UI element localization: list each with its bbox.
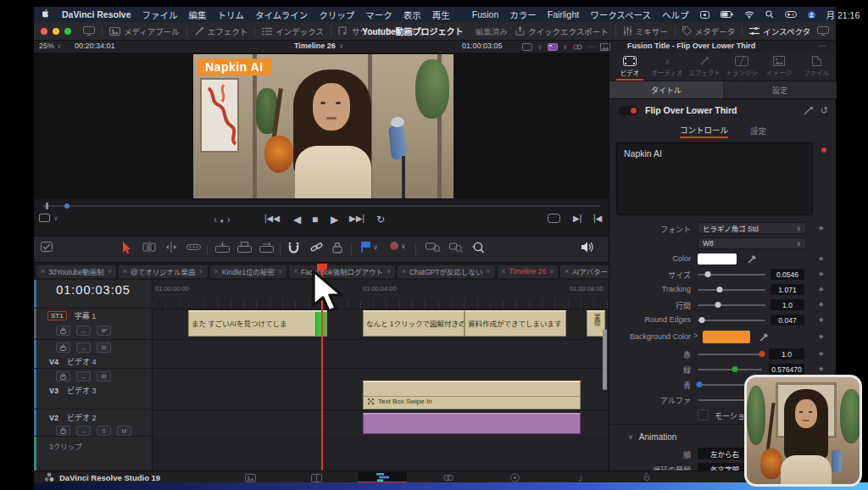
text-keyframe-indicator[interactable] bbox=[821, 148, 826, 153]
blue-slider[interactable] bbox=[697, 381, 703, 387]
dynamic-trim-tool[interactable] bbox=[164, 242, 178, 253]
keyframe-diamond-icon[interactable]: ◆ bbox=[819, 255, 823, 262]
chevron-down-icon[interactable]: ∨ bbox=[199, 268, 203, 275]
track-header-v3[interactable]: V3 ビデオ 3 bbox=[34, 385, 153, 396]
menu-view[interactable]: 表示 bbox=[403, 8, 421, 21]
lock-icon[interactable] bbox=[56, 326, 70, 336]
size-slider[interactable] bbox=[705, 271, 711, 277]
eyedropper-icon[interactable] bbox=[747, 253, 757, 264]
user-avatar-icon[interactable] bbox=[808, 11, 815, 19]
menu-clip[interactable]: クリップ bbox=[319, 8, 354, 21]
play-reverse-button[interactable]: ◀ bbox=[293, 214, 301, 226]
keyframe-diamond-icon[interactable]: ◆ bbox=[819, 316, 823, 323]
close-icon[interactable]: × bbox=[214, 267, 219, 276]
chevron-down-icon[interactable]: ∨ bbox=[278, 268, 282, 275]
inspector-tab-transition[interactable]: トランジション bbox=[723, 53, 760, 81]
lock-icon[interactable] bbox=[56, 426, 70, 436]
keyframe-diamond-icon[interactable]: ◆ bbox=[819, 301, 823, 308]
track-id-v2[interactable]: V2 bbox=[49, 414, 58, 422]
first-frame-button[interactable]: |◀◀ bbox=[264, 214, 280, 223]
stop-button[interactable]: ■ bbox=[312, 214, 318, 226]
inspector-tab-image[interactable]: イメージ bbox=[760, 53, 798, 81]
chevron-down-icon[interactable]: ∨ bbox=[549, 268, 554, 275]
menu-help[interactable]: ヘルプ bbox=[662, 8, 689, 21]
menu-mark[interactable]: マーク bbox=[365, 8, 392, 21]
subtitle-clip[interactable]: なんと 1クリックで図解付きの bbox=[363, 310, 465, 337]
subtitle-track-icon[interactable] bbox=[97, 326, 111, 336]
subtitle-clip[interactable]: 資料作成ができてしまいます bbox=[465, 310, 566, 337]
color-wheel-icon[interactable] bbox=[573, 43, 582, 51]
timeline-timecode[interactable]: 01:00:03:05 bbox=[34, 283, 153, 297]
auto-select-icon[interactable]: ↔ bbox=[76, 426, 91, 436]
viewer-overlay-select[interactable]: ∨ bbox=[39, 214, 58, 222]
chevron-down-icon[interactable]: ∨ bbox=[563, 43, 568, 51]
keyframe-diamond-icon[interactable]: ◆ bbox=[819, 286, 823, 292]
replace-clip-icon[interactable] bbox=[259, 242, 274, 253]
menu-fusion[interactable]: Fusion bbox=[472, 9, 499, 19]
close-icon[interactable]: × bbox=[565, 267, 569, 276]
line-spacing-value[interactable]: 1.0 bbox=[771, 299, 804, 310]
enable-track-icon[interactable] bbox=[97, 342, 111, 353]
text-color-swatch[interactable] bbox=[698, 253, 737, 264]
menu-file[interactable]: ファイル bbox=[142, 8, 178, 21]
selection-mode-tool[interactable] bbox=[122, 242, 132, 254]
apple-menu-icon[interactable] bbox=[42, 9, 51, 19]
viewer-zoom-select[interactable]: 25% ∨ bbox=[39, 42, 62, 50]
tracking-slider[interactable] bbox=[717, 287, 723, 292]
insert-clip-icon[interactable] bbox=[215, 242, 230, 253]
close-icon[interactable]: × bbox=[293, 267, 298, 276]
solo-button[interactable]: S bbox=[97, 426, 111, 436]
window-zoom-button[interactable] bbox=[64, 28, 71, 35]
audio-monitor-speaker-icon[interactable] bbox=[581, 242, 594, 253]
reset-icon[interactable]: ↺ bbox=[821, 105, 828, 116]
timeline-tab-active[interactable]: × Timeline 26 ∨ bbox=[498, 265, 559, 278]
next-edit-button[interactable]: ▶| bbox=[573, 214, 581, 223]
flag-button[interactable]: ∨ bbox=[361, 242, 378, 253]
wifi-icon[interactable] bbox=[744, 11, 754, 19]
viewer-options-menu-icon[interactable]: ⋯ bbox=[587, 42, 595, 51]
inspector-tab-audio[interactable]: ♪ オーディオ bbox=[648, 53, 686, 81]
quick-export-button[interactable]: クイックエクスポート bbox=[515, 25, 609, 37]
inspector-tab-effects[interactable]: エフェクト bbox=[686, 53, 723, 81]
background-color-swatch[interactable] bbox=[703, 331, 750, 343]
green-value[interactable]: 0.576470 bbox=[769, 364, 804, 375]
settings-tab[interactable]: 設定 bbox=[750, 125, 766, 136]
snapping-magnet-icon[interactable] bbox=[288, 242, 299, 253]
timeline-ruler[interactable]: 01:00:00:00 01:00:04:00 01:00:08:00 bbox=[153, 280, 609, 309]
spotlight-search-icon[interactable] bbox=[765, 10, 774, 19]
close-icon[interactable]: × bbox=[502, 267, 506, 276]
effects-button[interactable]: エフェクト bbox=[194, 25, 248, 37]
custom-zoom-icon[interactable] bbox=[471, 242, 484, 253]
track-header-v2[interactable]: V2 ビデオ 2 bbox=[34, 412, 153, 423]
menu-workspace[interactable]: ワークスペース bbox=[590, 8, 651, 21]
menu-edit[interactable]: 編集 bbox=[189, 8, 207, 21]
title-text-input[interactable]: Napkin AI bbox=[616, 142, 813, 215]
keyframe-diamond-icon[interactable]: ◆ bbox=[819, 270, 823, 277]
inspector-subtab-settings[interactable]: 設定 bbox=[723, 81, 837, 98]
close-icon[interactable]: × bbox=[41, 267, 45, 276]
timeline-tab[interactable]: × Kindle1位の秘密 ∨ bbox=[210, 265, 287, 278]
video-progress-bar[interactable] bbox=[34, 482, 868, 490]
inspector-menu-icon[interactable]: ⋯ bbox=[819, 42, 826, 50]
position-lock-icon[interactable] bbox=[332, 242, 342, 253]
metadata-button[interactable]: メタデータ bbox=[682, 25, 736, 37]
keyframe-diamond-icon[interactable]: ◆ bbox=[819, 333, 823, 340]
menubar-app-name[interactable]: DaVinci Resolve bbox=[62, 9, 131, 19]
keyframe-diamond-icon[interactable]: ◆ bbox=[819, 365, 823, 372]
window-traffic-lights[interactable] bbox=[41, 28, 71, 35]
overwrite-clip-icon[interactable] bbox=[237, 242, 252, 253]
video-clip-v2[interactable] bbox=[363, 413, 581, 434]
keyframe-editor-icon[interactable] bbox=[804, 106, 814, 115]
loop-button[interactable]: ↻ bbox=[376, 214, 385, 226]
chevron-down-icon[interactable]: ∨ bbox=[486, 268, 490, 275]
screen-record-icon[interactable] bbox=[700, 11, 709, 19]
track-header-v4[interactable]: V4 ビデオ 4 bbox=[34, 356, 153, 367]
lock-icon[interactable] bbox=[56, 371, 70, 381]
play-button[interactable]: ▶ bbox=[331, 214, 338, 226]
chevron-down-icon[interactable]: ∨ bbox=[108, 268, 112, 275]
timeline-selector[interactable]: Timeline 26 ∨ bbox=[294, 42, 344, 50]
clip-color-icon[interactable] bbox=[548, 43, 558, 51]
subtitle-clip[interactable]: また すごいAIを見つけてしま bbox=[188, 310, 327, 337]
red-slider[interactable] bbox=[760, 351, 765, 357]
menu-color[interactable]: カラー bbox=[509, 8, 537, 21]
